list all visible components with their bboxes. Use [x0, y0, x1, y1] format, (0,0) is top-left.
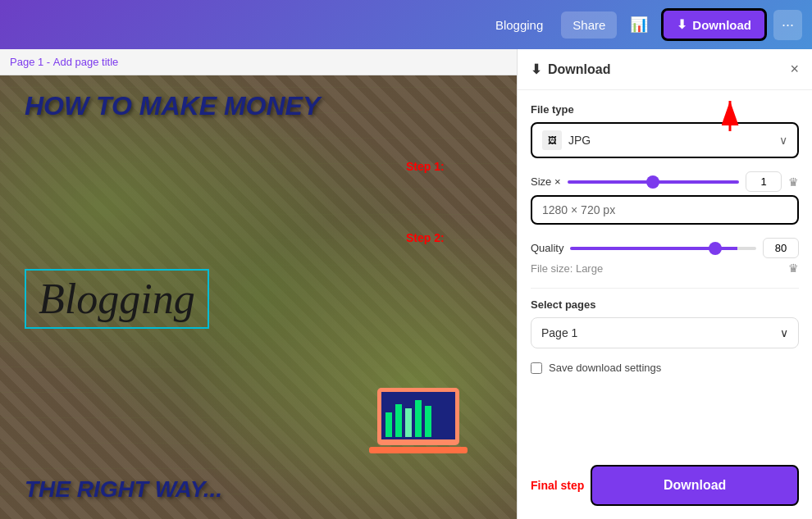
- size-input[interactable]: [746, 171, 782, 192]
- quality-label: Quality: [531, 242, 563, 254]
- page-number: Page 1 -: [10, 56, 50, 68]
- svg-rect-5: [405, 408, 412, 437]
- middle-text: Blogging: [25, 269, 209, 329]
- bottom-text: THE RIGHT WAY...: [25, 476, 492, 503]
- final-step-row: Final step Download: [518, 465, 812, 519]
- download-icon: ⬇: [531, 61, 541, 77]
- canvas-area: Page 1 - Add page title HOW TO MAKE MONE…: [0, 49, 517, 519]
- app-header: Blogging Share 📊 ⬇ Download ···: [0, 0, 812, 49]
- download-header-button[interactable]: ⬇ Download: [661, 8, 767, 41]
- svg-rect-2: [369, 447, 468, 453]
- size-label: Size ×: [531, 175, 561, 188]
- panel-title: ⬇ Download: [531, 61, 610, 77]
- save-settings-row: Save download settings: [531, 362, 799, 374]
- panel-body: File type 🖼 JPG ∨ Size × ♛ 1280 × 720 px: [518, 90, 812, 465]
- pages-chevron: ∨: [780, 326, 788, 339]
- more-options-button[interactable]: ···: [773, 10, 802, 40]
- quality-row: Quality: [531, 238, 799, 258]
- svg-rect-3: [385, 412, 392, 437]
- panel-close-button[interactable]: ×: [790, 61, 799, 78]
- file-type-select[interactable]: 🖼 JPG ∨: [531, 122, 799, 158]
- share-button[interactable]: Share: [561, 11, 617, 39]
- size-display-text: 1280 × 720 px: [542, 203, 615, 216]
- download-final-button[interactable]: Download: [591, 465, 799, 506]
- file-type-value: JPG: [568, 134, 779, 147]
- chart-icon[interactable]: 📊: [623, 9, 655, 40]
- select-pages-label: Select pages: [531, 298, 799, 311]
- size-display-row: 1280 × 720 px: [531, 195, 799, 225]
- pages-value: Page 1: [541, 326, 577, 339]
- pages-select[interactable]: Page 1 ∨: [531, 317, 799, 348]
- quality-slider[interactable]: [570, 247, 756, 250]
- save-settings-checkbox[interactable]: [531, 362, 542, 374]
- svg-rect-7: [425, 406, 431, 437]
- file-type-icon: 🖼: [542, 130, 562, 150]
- final-step-label: Final step: [531, 479, 584, 492]
- divider: [531, 288, 799, 289]
- size-slider[interactable]: [568, 180, 740, 184]
- file-size-text: File size: Large: [531, 262, 603, 275]
- download-panel: ⬇ Download × File type 🖼 JPG ∨ Size × ♛: [517, 49, 812, 519]
- size-crown-icon: ♛: [788, 175, 799, 189]
- quality-input[interactable]: [763, 238, 799, 258]
- save-settings-label: Save download settings: [549, 362, 661, 374]
- size-row: Size × ♛: [531, 171, 799, 192]
- file-size-row: File size: Large ♛: [531, 262, 799, 275]
- add-page-title[interactable]: Add page title: [53, 56, 119, 68]
- main-area: Page 1 - Add page title HOW TO MAKE MONE…: [0, 49, 812, 519]
- file-type-chevron: ∨: [779, 134, 787, 147]
- size-display-box: 1280 × 720 px: [531, 195, 799, 225]
- download-arrow-icon: ⬇: [677, 17, 687, 32]
- laptop-illustration: [361, 371, 492, 470]
- page-title-bar: Page 1 - Add page title: [0, 49, 517, 75]
- svg-rect-6: [415, 400, 422, 437]
- blogging-button[interactable]: Blogging: [484, 11, 554, 39]
- panel-header: ⬇ Download ×: [518, 49, 812, 90]
- svg-rect-4: [395, 404, 402, 437]
- file-size-crown-icon: ♛: [788, 262, 799, 275]
- blog-thumbnail: HOW TO MAKE MONEY Blogging THE RIGHT WAY…: [0, 75, 517, 519]
- canvas-content: HOW TO MAKE MONEY Blogging THE RIGHT WAY…: [0, 75, 517, 519]
- file-type-label: File type: [531, 103, 799, 116]
- top-text: HOW TO MAKE MONEY: [25, 92, 492, 121]
